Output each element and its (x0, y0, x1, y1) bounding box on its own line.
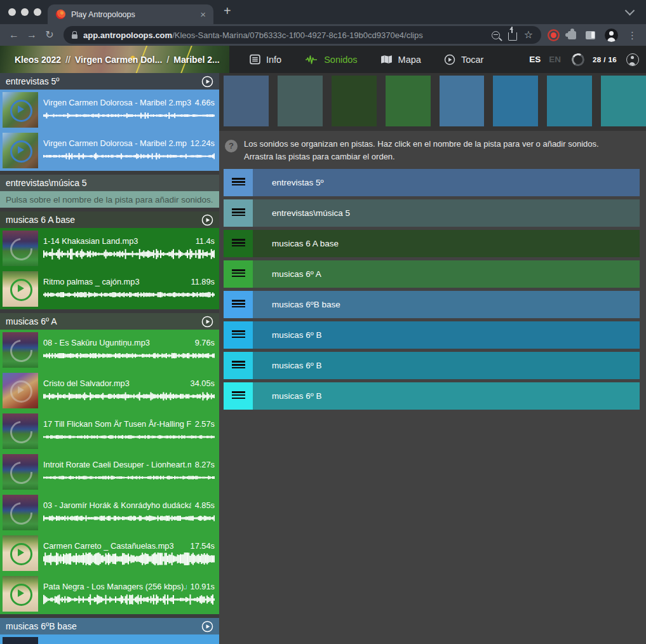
breadcrumb-track[interactable]: Virgen Carmen Dol... (75, 55, 162, 65)
tab-mapa[interactable]: Mapa (380, 55, 421, 65)
track-color-swatch[interactable] (547, 76, 592, 126)
tab-tocar[interactable]: Tocar (444, 54, 483, 65)
clip-row[interactable]: Virgen Carmen Dolorosa - Maribel 2.mp312… (0, 130, 219, 171)
browser-menu-icon[interactable]: ⋮ (628, 30, 637, 40)
clip-row[interactable]: 1-14 Khakasian Land.mp311.4s (0, 228, 219, 269)
back-button[interactable]: ← (5, 30, 23, 40)
track-drag-handle[interactable] (224, 230, 253, 257)
track-drag-handle[interactable] (224, 199, 253, 227)
track-name[interactable]: entrevistas 5º (253, 169, 640, 196)
play-track-icon[interactable] (201, 76, 213, 88)
minimize-window-button[interactable] (21, 8, 29, 16)
track-section-header[interactable]: musicas 6º A (0, 313, 219, 330)
play-track-icon[interactable] (201, 621, 213, 633)
track-name[interactable]: entrevistas\música 5 (253, 199, 640, 227)
lang-es-button[interactable]: ES (529, 55, 541, 64)
clip-row[interactable]: 08 - Es Sakūru Uguntiņu.mp39.76s (0, 330, 219, 370)
track-section-header[interactable]: entrevistas\música 5 (0, 175, 219, 191)
track-drag-handle[interactable] (224, 321, 253, 349)
clip-thumbnail[interactable] (3, 271, 38, 307)
track-row[interactable]: musicas 6º B (224, 321, 640, 349)
clip-row[interactable]: Virgen Carmen Dolorosa - Maribel 2.mp34.… (0, 90, 219, 130)
extensions-puzzle-icon[interactable] (568, 31, 576, 39)
clip-thumbnail[interactable] (3, 495, 38, 530)
track-name[interactable]: musicas 6º A (253, 260, 640, 288)
track-drag-handle[interactable] (224, 352, 253, 379)
track-name[interactable]: musicas 6 A base (253, 230, 640, 257)
play-track-icon[interactable] (201, 214, 213, 226)
clip-meta: Pata Negra - Los Managers (256 kbps).mp3… (38, 582, 215, 606)
track-row[interactable]: musicas 6 A base (224, 230, 640, 257)
clip-title-row: Virgen Carmen Dolorosa - Maribel 2.mp34.… (43, 98, 215, 107)
zoom-out-icon[interactable] (492, 31, 500, 39)
clip-thumbnail[interactable] (3, 231, 38, 266)
close-window-button[interactable] (8, 8, 16, 16)
play-track-icon[interactable] (201, 316, 213, 328)
track-drag-handle[interactable] (224, 169, 253, 196)
clip-row[interactable]: Introit Rorate Caeli Desuper - Lionheart… (0, 452, 219, 492)
side-panel-icon[interactable] (586, 31, 595, 39)
account-icon[interactable] (626, 53, 639, 66)
tab-sonidos[interactable]: Sonidos (304, 55, 357, 65)
track-drag-handle[interactable] (224, 291, 253, 318)
close-tab-icon[interactable]: × (198, 9, 208, 20)
track-section-header[interactable]: entrevistas 5º (0, 73, 219, 90)
clip-meta: 17 Till Flickan Som Är Tusen År-Halling … (38, 419, 215, 443)
track-section-header[interactable]: musicas 6 A base (0, 211, 219, 228)
breadcrumb-project[interactable]: Kleos 2022 (15, 55, 61, 65)
browser-profile-avatar[interactable] (605, 29, 618, 42)
clip-row[interactable]: 17 Till Flickan Som Är Tusen År-Halling … (0, 411, 219, 452)
track-color-swatch[interactable] (440, 76, 485, 126)
clip-row[interactable]: 03 - Jaromír Horák & Konrádyho dudácká .… (0, 492, 219, 533)
track-color-swatch[interactable] (224, 76, 269, 126)
browser-tab[interactable]: Play Antropoloops × (48, 4, 213, 24)
track-name[interactable]: musicas 6ºB base (253, 291, 640, 318)
clip-row[interactable]: Cristo del Salvador.mp334.05s (0, 370, 219, 411)
clip-name: 1-14 Khakasian Land.mp3 (43, 236, 192, 246)
track-name[interactable]: musicas 6º B (253, 321, 640, 349)
clip-row[interactable]: Ritmo palmas _ cajón.mp311.89s (0, 269, 219, 309)
track-color-swatch[interactable] (601, 76, 646, 126)
clip-thumbnail[interactable] (3, 413, 38, 449)
track-drag-handle[interactable] (224, 382, 253, 410)
clip-thumbnail[interactable] (3, 133, 38, 168)
track-name[interactable]: musicas 6º B (253, 382, 640, 410)
reload-button[interactable]: ↻ (41, 30, 58, 40)
track-color-swatch[interactable] (332, 76, 377, 126)
address-bar[interactable]: app.antropoloops.com/Kleos-Santa-Marina/… (64, 26, 541, 44)
zoom-window-button[interactable] (34, 8, 41, 16)
breadcrumb-clip[interactable]: Maribel 2... (173, 55, 219, 65)
clip-thumbnail[interactable] (3, 373, 38, 408)
play-overlay-icon (6, 498, 37, 529)
clip-row[interactable]: Carmen Carreto _ Castañuelas.mp317.54s (0, 533, 219, 574)
bookmark-star-icon[interactable]: ☆ (524, 30, 533, 40)
track-row[interactable]: entrevistas 5º (224, 169, 640, 196)
track-name[interactable]: musicas 6º B (253, 352, 640, 379)
track-row[interactable]: entrevistas\música 5 (224, 199, 640, 227)
track-row[interactable]: musicas 6º A (224, 260, 640, 288)
clip-thumbnail[interactable] (3, 535, 38, 571)
record-extension-icon[interactable] (551, 32, 556, 38)
track-row[interactable]: musicas 6º B (224, 382, 640, 410)
forward-button[interactable]: → (23, 30, 41, 40)
track-color-swatch[interactable] (493, 76, 538, 126)
clip-thumbnail[interactable] (3, 454, 38, 490)
track-color-swatch[interactable] (386, 76, 431, 126)
track-section-header[interactable]: musicas 6ºB base (0, 618, 219, 634)
clip-thumbnail[interactable] (3, 576, 38, 612)
tab-info[interactable]: Info (250, 54, 281, 65)
clip-thumbnail[interactable] (3, 637, 38, 644)
lang-en-button[interactable]: EN (549, 55, 561, 64)
track-row[interactable]: musicas 6ºB base (224, 291, 640, 318)
tab-search-chevron-icon[interactable] (625, 5, 635, 15)
track-row[interactable]: musicas 6º B (224, 352, 640, 379)
clip-row[interactable]: BASE Pata Negra - Los Managers3.77s (0, 634, 219, 644)
clip-row[interactable]: Pata Negra - Los Managers (256 kbps).mp3… (0, 574, 219, 614)
track-drag-handle[interactable] (224, 260, 253, 288)
clip-thumbnail[interactable] (3, 332, 38, 368)
breadcrumb[interactable]: Kleos 2022 // Virgen Carmen Dol... / Mar… (0, 46, 229, 73)
new-tab-button[interactable]: + (213, 0, 231, 24)
track-color-swatch[interactable] (278, 76, 323, 126)
share-icon[interactable] (508, 32, 517, 41)
clip-thumbnail[interactable] (3, 92, 38, 128)
